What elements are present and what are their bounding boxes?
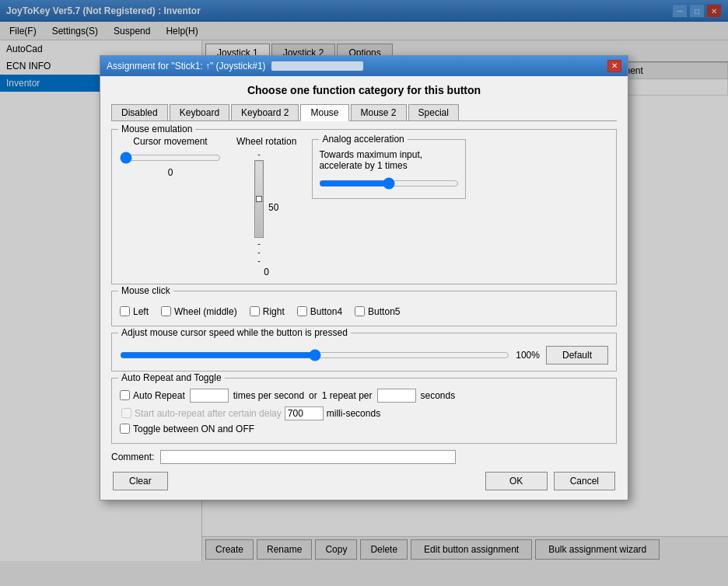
- mouse-emulation-title: Mouse emulation: [118, 124, 195, 134]
- mouse-left-label: Left: [133, 306, 149, 317]
- cancel-button[interactable]: Cancel: [554, 472, 615, 490]
- wheel-vslider-thumb: [256, 196, 262, 202]
- modal-tab-disabled[interactable]: Disabled: [111, 104, 168, 120]
- repeat-per-label: 1 repeat per: [322, 390, 373, 401]
- auto-repeat-label: Auto Repeat: [133, 390, 185, 401]
- mouse-right-checkbox[interactable]: [250, 306, 260, 316]
- mouse-right-label: Right: [263, 306, 285, 317]
- auto-repeat-group: Auto Repeat and Toggle Auto Repeat times…: [111, 378, 617, 444]
- mouse-button5-option: Button5: [355, 306, 400, 317]
- seconds-input[interactable]: [377, 389, 416, 403]
- delay-checkbox[interactable]: [121, 408, 131, 418]
- mouse-emulation-group: Mouse emulation Cursor movement 0 Wheel …: [111, 129, 617, 284]
- modal-body: Choose one function category for this bu…: [100, 76, 628, 500]
- delay-label: Start auto-repeat after certain delay: [135, 408, 282, 419]
- mouse-click-options: Left Wheel (middle) Right Button4: [120, 298, 608, 319]
- wheel-rotation-label: Wheel rotation: [236, 136, 296, 147]
- speed-adjust-title: Adjust mouse cursor speed while the butt…: [118, 327, 351, 338]
- times-per-second-label: times per second: [233, 390, 304, 401]
- analog-text1: Towards maximum input,: [319, 149, 459, 160]
- modal-close-button[interactable]: ✕: [607, 60, 621, 72]
- or-label: or: [309, 390, 317, 401]
- mouse-wheel-label: Wheel (middle): [174, 306, 237, 317]
- analog-text2: accelerate by 1 times: [319, 160, 459, 171]
- toggle-label: Toggle between ON and OFF: [133, 424, 254, 434]
- speed-adjust-group: Adjust mouse cursor speed while the butt…: [111, 333, 617, 371]
- mouse-click-title: Mouse click: [118, 285, 173, 296]
- modal-title: Assignment for "Stick1: ↑" (Joystick#1) …: [107, 61, 363, 72]
- ok-cancel-group: OK Cancel: [485, 472, 615, 490]
- delay-row: Start auto-repeat after certain delay mi…: [120, 406, 608, 420]
- analog-acceleration-group: Analog acceleration Towards maximum inpu…: [312, 139, 466, 199]
- mouse-right-option: Right: [250, 306, 285, 317]
- auto-repeat-checkbox[interactable]: [120, 390, 130, 400]
- speed-row: 100% Default: [120, 340, 608, 365]
- speed-value: 100%: [516, 350, 540, 361]
- cursor-movement-slider[interactable]: [120, 150, 221, 166]
- modal-tab-keyboard[interactable]: Keyboard: [170, 104, 229, 120]
- mouse-button4-option: Button4: [297, 306, 342, 317]
- mouse-button5-label: Button5: [368, 306, 400, 317]
- auto-repeat-option: Auto Repeat: [120, 390, 185, 401]
- modal-overlay: Assignment for "Stick1: ↑" (Joystick#1) …: [0, 0, 728, 586]
- modal-header: Choose one function category for this bu…: [111, 84, 617, 96]
- wheel-rotation-area: Wheel rotation - - - -: [236, 136, 296, 277]
- auto-repeat-title: Auto Repeat and Toggle: [118, 372, 225, 383]
- mouse-left-option: Left: [120, 306, 149, 317]
- seconds-label: seconds: [421, 390, 456, 401]
- mouse-button4-label: Button4: [310, 306, 342, 317]
- speed-default-button[interactable]: Default: [546, 346, 608, 365]
- comment-row: Comment:: [111, 450, 617, 464]
- modal-tab-mouse2[interactable]: Mouse 2: [351, 104, 407, 120]
- mouse-wheel-checkbox[interactable]: [161, 306, 171, 316]
- mouse-emulation-inner: Cursor movement 0 Wheel rotation -: [120, 136, 608, 277]
- mouse-left-checkbox[interactable]: [120, 306, 130, 316]
- mouse-button4-checkbox[interactable]: [297, 306, 307, 316]
- analog-title: Analog acceleration: [319, 134, 407, 145]
- comment-input[interactable]: [160, 450, 456, 464]
- toggle-checkbox[interactable]: [120, 424, 130, 434]
- modal-btn-row: Clear OK Cancel: [111, 467, 617, 492]
- cursor-value: 0: [168, 167, 173, 178]
- analog-slider[interactable]: [319, 176, 459, 191]
- mouse-wheel-option: Wheel (middle): [161, 306, 237, 317]
- speed-slider[interactable]: [120, 347, 509, 363]
- cursor-movement-label: Cursor movement: [133, 136, 207, 147]
- modal-tab-mouse[interactable]: Mouse: [300, 104, 348, 121]
- mouse-click-group: Mouse click Left Wheel (middle) Right: [111, 291, 617, 326]
- cursor-movement-area: Cursor movement 0: [120, 136, 221, 178]
- comment-label: Comment:: [111, 452, 154, 462]
- delay-value-input[interactable]: [285, 406, 324, 420]
- assignment-modal: Assignment for "Stick1: ↑" (Joystick#1) …: [100, 55, 628, 501]
- mouse-button5-checkbox[interactable]: [355, 306, 365, 316]
- modal-tab-keyboard2[interactable]: Keyboard 2: [231, 104, 299, 120]
- wheel-number: 50: [268, 202, 278, 213]
- ok-button[interactable]: OK: [485, 472, 548, 490]
- blurred-text: ██████████: [271, 61, 363, 71]
- clear-button[interactable]: Clear: [113, 472, 168, 490]
- modal-title-bar: Assignment for "Stick1: ↑" (Joystick#1) …: [100, 56, 628, 76]
- times-per-second-input[interactable]: [190, 389, 229, 403]
- delay-unit: milli-seconds: [327, 408, 380, 419]
- toggle-row: Toggle between ON and OFF: [120, 424, 608, 434]
- modal-tab-special[interactable]: Special: [408, 104, 459, 120]
- wheel-value: 0: [264, 267, 269, 277]
- wheel-vslider-track: [254, 160, 264, 238]
- modal-tab-bar: Disabled Keyboard Keyboard 2 Mouse Mouse…: [111, 104, 617, 121]
- auto-repeat-row: Auto Repeat times per second or 1 repeat…: [120, 385, 608, 403]
